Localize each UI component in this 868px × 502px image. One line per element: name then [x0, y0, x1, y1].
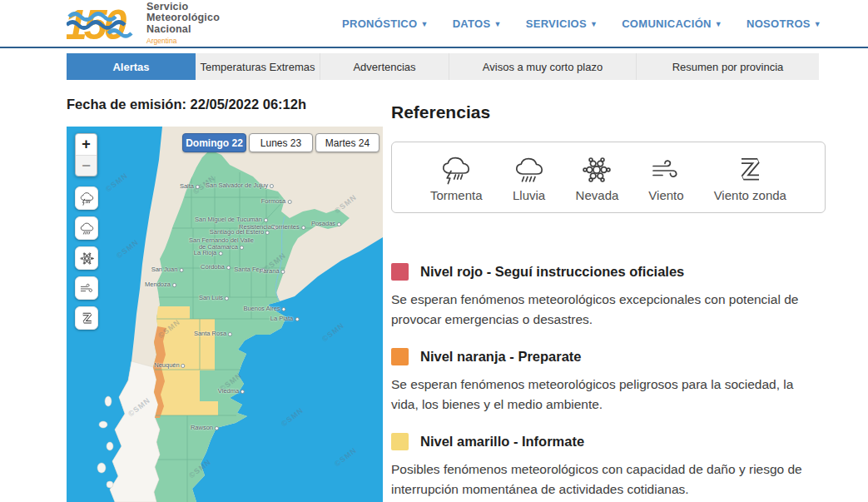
header: 150 Servicio Meteorológico Nacional Arge… [0, 0, 868, 48]
tab-alertas[interactable]: Alertas [67, 53, 196, 80]
alert-map[interactable]: ©SMN©SMN©SMN©SMN©SMN©SMN©SMN©SMN©SMN©SMN… [67, 127, 383, 502]
zoom-in-button[interactable]: + [76, 134, 97, 155]
nav-pronostico[interactable]: PRONÓSTICO▼ [342, 17, 429, 30]
chevron-down-icon: ▼ [420, 20, 428, 28]
day-button-lunes-23[interactable]: Lunes 23 [249, 133, 313, 152]
snow-layer-button[interactable] [75, 246, 98, 270]
alert-level-red: Nivel rojo - Seguí instrucciones oficial… [391, 263, 826, 330]
map-city-label: Corrientes [270, 224, 305, 231]
rain-icon [79, 221, 95, 236]
zonda-layer-button[interactable] [75, 306, 98, 330]
storm-layer-button[interactable] [75, 186, 98, 210]
red-level-title: Nivel rojo - Seguí instrucciones oficial… [420, 264, 684, 280]
logo-line-2: Meteorológico [146, 12, 220, 24]
map-city-label: San Miguel de Tucumán [195, 216, 268, 223]
emission-date: Fecha de emisión: 22/05/2022 06:12h [67, 97, 306, 112]
tab-resumen-provincia[interactable]: Resumen por provincia [637, 53, 819, 80]
map-city-label: Córdoba [201, 264, 231, 271]
wind-layer-button[interactable] [75, 276, 98, 300]
map-city-label: Buenos Aires [243, 306, 285, 312]
map-city-label: Posadas [311, 221, 341, 227]
section-tabs: Alertas Temperaturas Extremas Advertenci… [67, 53, 819, 80]
map-city-label: San Juan [151, 266, 184, 273]
snow-icon [580, 153, 613, 186]
reference-label: Nevada [576, 188, 619, 202]
wind-icon [79, 281, 95, 296]
map-island [97, 463, 106, 473]
yellow-level-title: Nivel amarillo - Informate [420, 434, 584, 450]
map-city-label: Mendoza [145, 281, 176, 288]
references-legend: Tormenta Lluvia Nevada Viento Viento zon… [391, 142, 826, 213]
map-city-label: La Rioja [194, 250, 223, 256]
map-city-label: Santa Rosa [194, 331, 232, 337]
orange-level-swatch [391, 348, 409, 365]
rain-icon [513, 153, 546, 186]
chevron-down-icon: ▼ [715, 20, 722, 28]
snow-icon [79, 251, 95, 266]
wind-icon [649, 153, 682, 186]
map-island [107, 481, 113, 488]
nav-servicios[interactable]: SERVICIOS▼ [526, 17, 598, 30]
nav-nosotros[interactable]: NOSOTROS▼ [746, 17, 821, 30]
chevron-down-icon: ▼ [590, 20, 598, 28]
zoom-out-button[interactable]: − [76, 155, 97, 176]
tab-temperaturas-extremas[interactable]: Temperaturas Extremas [196, 53, 320, 80]
reference-lluvia: Lluvia [513, 153, 546, 202]
orange-level-description: Se esperan fenómenos meteorológicos peli… [391, 375, 811, 415]
tab-advertencias[interactable]: Advertencias [320, 53, 449, 80]
rain-layer-button[interactable] [75, 216, 98, 240]
tab-avisos-corto-plazo[interactable]: Avisos a muy corto plazo [449, 53, 637, 80]
map-city-label: Rawson [191, 425, 219, 431]
reference-tormenta: Tormenta [430, 153, 483, 202]
logo-country: Argentina [146, 36, 220, 47]
day-button-martes-24[interactable]: Martes 24 [315, 133, 379, 152]
red-level-description: Se esperan fenómenos meteorológicos exce… [391, 290, 811, 330]
map-city-label: Viedma [218, 388, 245, 395]
page: 150 Servicio Meteorológico Nacional Arge… [0, 0, 868, 502]
red-level-swatch [391, 263, 409, 281]
map-island [105, 396, 112, 406]
reference-label: Viento zonda [714, 188, 786, 202]
map-city-label: La Plata [270, 316, 300, 322]
reference-label: Viento [648, 188, 683, 202]
yellow-level-description: Posibles fenómenos meteorológicos con ca… [391, 460, 811, 500]
map-city-label: San Salvador de Jujuy [206, 182, 274, 189]
day-selector: Domingo 22 Lunes 23 Martes 24 [182, 133, 379, 152]
alert-level-orange: Nivel naranja - Preparate Se esperan fen… [391, 348, 826, 415]
map-island [99, 421, 107, 428]
reference-viento: Viento [648, 153, 683, 202]
chevron-down-icon: ▼ [494, 20, 501, 28]
smn-logo[interactable]: 150 Servicio Meteorológico Nacional Arge… [67, 3, 220, 45]
storm-icon [439, 153, 473, 186]
storm-icon [79, 191, 95, 206]
map-city-label: Formosa [261, 198, 292, 205]
main-nav: PRONÓSTICO▼ DATOS▼ SERVICIOS▼ COMUNICACI… [342, 0, 821, 47]
map-zoom-control: + − [75, 133, 97, 176]
map-city-label: Paraná [259, 268, 285, 275]
map-island [107, 442, 113, 450]
day-button-domingo-22[interactable]: Domingo 22 [182, 133, 246, 152]
smn-150-logo-icon: 150 [67, 3, 140, 45]
map-city-label: Salta [180, 183, 200, 190]
zonda-icon [733, 153, 766, 186]
reference-label: Tormenta [430, 188, 483, 202]
map-city-label: Santiago del Estero [210, 229, 270, 236]
logo-line-1: Servicio [146, 2, 220, 13]
nav-datos[interactable]: DATOS▼ [453, 17, 502, 30]
zonda-icon [79, 311, 95, 326]
orange-level-title: Nivel naranja - Preparate [420, 349, 582, 365]
reference-nevada: Nevada [576, 153, 619, 202]
nav-comunicacion[interactable]: COMUNICACIÓN▼ [622, 17, 722, 30]
references-title: Referencias [391, 102, 490, 122]
reference-label: Lluvia [513, 188, 545, 202]
map-city-label: Neuquén [154, 362, 185, 369]
reference-viento-zonda: Viento zonda [714, 153, 786, 202]
yellow-level-swatch [391, 433, 409, 450]
map-city-label: San Luis [199, 295, 229, 301]
logo-text: Servicio Meteorológico Nacional Argentin… [146, 2, 220, 47]
alert-level-yellow: Nivel amarillo - Informate Posibles fenó… [391, 433, 826, 500]
logo-line-3: Nacional [146, 24, 220, 36]
chevron-down-icon: ▼ [814, 20, 821, 28]
